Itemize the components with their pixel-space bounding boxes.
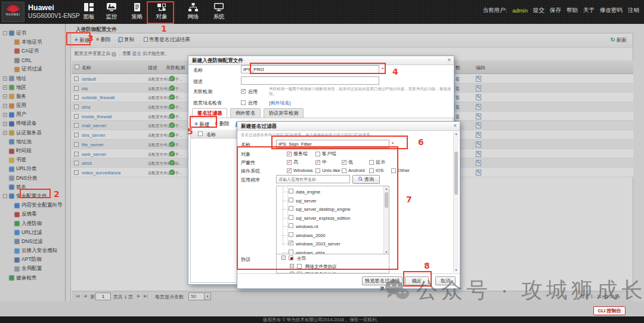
topbar-link-1[interactable]: 保存 xyxy=(550,7,561,14)
app-checkbox[interactable] xyxy=(289,232,293,237)
protocol-item[interactable]: +网络文件类协议 xyxy=(277,263,389,271)
preview-filter-results-button[interactable]: 预览签名过滤结果 xyxy=(362,276,402,285)
name-label: 名称 xyxy=(193,67,203,73)
tab-signature-filter[interactable]: 签名过滤器 xyxy=(192,108,227,118)
topbar-link-3[interactable]: 关于 xyxy=(583,7,595,14)
severity-option[interactable]: 低 xyxy=(342,159,353,165)
filter-name-input[interactable] xyxy=(276,140,389,148)
os-checkbox[interactable] xyxy=(391,168,396,173)
scroll-up-icon[interactable]: ▲ xyxy=(384,187,389,190)
app-item[interactable]: windows_2000 xyxy=(277,231,383,240)
target-checkbox[interactable] xyxy=(287,152,292,156)
app-checkbox[interactable] xyxy=(289,206,293,211)
scroll-up-icon[interactable]: ▲ xyxy=(454,132,459,136)
app-checkbox[interactable] xyxy=(289,189,293,193)
dialog1-new-button[interactable]: + 新建 xyxy=(194,121,209,128)
option-label: Other xyxy=(398,168,410,173)
severity-option[interactable]: 提示 xyxy=(369,159,385,165)
severity-option[interactable]: 高 xyxy=(287,159,298,165)
annotation-number-2: 2 xyxy=(54,189,60,199)
protocol-checkbox[interactable] xyxy=(297,264,302,269)
topbar-link-0[interactable]: 提交 xyxy=(533,7,544,14)
severity-checkbox[interactable] xyxy=(287,160,292,165)
os-option[interactable]: Other xyxy=(391,167,410,173)
os-checkbox[interactable] xyxy=(315,168,320,173)
tab-exception-signature[interactable]: 例外签名 xyxy=(230,108,261,118)
app-item[interactable]: data_engine xyxy=(277,187,383,196)
nav-network[interactable]: 网络 xyxy=(182,3,205,22)
os-option[interactable]: Windows xyxy=(287,167,312,173)
target-option[interactable]: 服务端 xyxy=(287,150,308,157)
severity-checkbox[interactable] xyxy=(315,160,320,165)
device-model: USG6000V1-ENSP xyxy=(28,13,80,19)
nav-object[interactable]: 对象 xyxy=(150,3,173,22)
expand-icon[interactable]: + xyxy=(290,264,294,268)
protocol-item[interactable]: −全部 xyxy=(277,254,389,263)
topbar-link-4[interactable]: 修改密码 xyxy=(600,7,623,14)
target-checkbox[interactable] xyxy=(315,152,320,156)
filter-select-all-checkbox[interactable] xyxy=(198,131,203,136)
assoc-enable-checkbox[interactable] xyxy=(241,89,246,94)
option-label: 低 xyxy=(348,159,353,165)
nav-monitor[interactable]: 监控 xyxy=(100,3,123,22)
dashboard-icon xyxy=(78,3,100,12)
assoc-hint: 关联检测一般用于检测暴力破解类攻击，如果经过设备的流量已做过IP地址转换，需要关… xyxy=(269,87,451,96)
topbar-link-2[interactable]: 帮助 xyxy=(566,7,578,14)
os-option[interactable]: iOS xyxy=(369,167,383,173)
collapse-icon[interactable]: − xyxy=(281,256,286,260)
huawei-flower-icon xyxy=(7,4,20,13)
app-label: windows_2003_server xyxy=(296,241,340,247)
severity-checkbox[interactable] xyxy=(342,160,346,165)
tree-dash xyxy=(283,209,289,210)
required-star: * xyxy=(392,141,394,147)
os-checkbox[interactable] xyxy=(369,168,374,173)
tree-dash xyxy=(283,253,289,253)
topbar-link-5[interactable]: 注销 xyxy=(628,7,639,14)
nav-system[interactable]: 系统 xyxy=(208,3,230,22)
os-option[interactable]: Android xyxy=(342,167,365,173)
app-checkbox[interactable] xyxy=(289,215,293,220)
close-icon[interactable]: × xyxy=(453,122,457,129)
profile-desc-input[interactable] xyxy=(241,76,379,85)
app-checkbox[interactable] xyxy=(289,241,293,245)
app-item[interactable]: sql_server xyxy=(277,196,383,205)
scroll-thumb[interactable] xyxy=(385,192,388,208)
exception-domain-link[interactable]: [例外域名] xyxy=(269,100,290,106)
name-label: 名称 xyxy=(241,141,250,148)
os-option[interactable]: Unix-like xyxy=(315,167,340,173)
malicious-domain-label: 恶意域名检查 xyxy=(193,100,222,106)
scroll-thumb[interactable] xyxy=(454,152,458,195)
app-item[interactable]: windows_2003_server xyxy=(277,239,383,248)
app-label: sql_server_desktop_engine xyxy=(296,207,351,212)
severity-option[interactable]: 中 xyxy=(315,159,327,165)
tab-protocol-anomaly[interactable]: 协议异常检测 xyxy=(264,108,304,118)
os-checkbox[interactable] xyxy=(342,168,346,173)
dialog1-delete-button[interactable]: × 删除 xyxy=(215,121,230,128)
app-checkbox[interactable] xyxy=(289,198,293,202)
target-option[interactable]: 客户端 xyxy=(315,150,336,157)
app-item[interactable]: sql_server_express_edition xyxy=(277,214,383,223)
username: admin xyxy=(512,7,528,14)
app-search-button[interactable]: 查询 xyxy=(352,175,380,184)
severity-checkbox[interactable] xyxy=(369,160,374,165)
cli-console-button[interactable]: CLI 控制台 xyxy=(593,306,626,315)
ok-button[interactable]: 确定 xyxy=(405,276,429,285)
application-label: 应用程序 xyxy=(241,177,260,183)
profile-name-input[interactable] xyxy=(241,65,379,73)
cancel-button[interactable]: 取消 xyxy=(435,276,456,285)
nav-policy[interactable]: 策略 xyxy=(126,3,148,22)
app-item[interactable]: sql_server_desktop_engine xyxy=(277,205,383,214)
domain-enable-checkbox[interactable] xyxy=(241,100,246,105)
app-item[interactable]: windows-nt xyxy=(277,222,383,231)
os-checkbox[interactable] xyxy=(287,168,292,173)
protocol-tree: −全部+网络文件类协议+网络服务类协议 xyxy=(276,254,389,273)
option-label: 中 xyxy=(322,159,327,165)
app-checkbox[interactable] xyxy=(289,223,293,228)
scroll-down-icon[interactable]: ▼ xyxy=(454,268,459,272)
close-icon[interactable]: × xyxy=(447,57,451,63)
footer-copyright: 版权所有 © 华为技术有限公司2014-2018 。保留一切权利。 xyxy=(0,316,644,323)
app-search-input[interactable] xyxy=(276,175,350,183)
app-label: data_engine xyxy=(296,189,320,195)
nav-dashboard[interactable]: 面板 xyxy=(78,3,100,22)
protocol-checkbox[interactable] xyxy=(289,256,293,260)
